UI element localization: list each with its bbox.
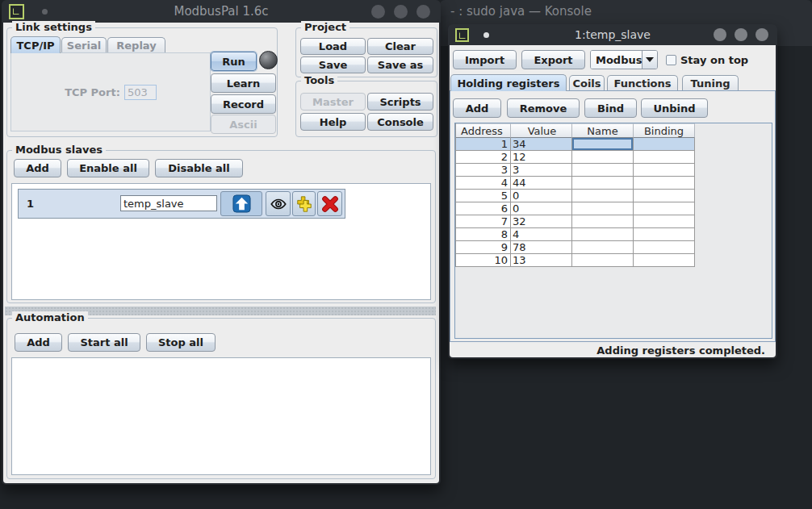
cell-name[interactable] — [572, 228, 634, 241]
help-button[interactable]: Help — [300, 113, 366, 131]
table-row[interactable]: 5 0 — [456, 190, 695, 202]
enable-all-button[interactable]: Enable all — [67, 159, 149, 177]
tab-tcpip[interactable]: TCP/IP — [10, 36, 61, 53]
cell-address[interactable]: 6 — [456, 202, 511, 215]
cell-binding[interactable] — [634, 151, 695, 164]
cell-name[interactable] — [572, 151, 634, 164]
cell-value[interactable]: 44 — [511, 177, 572, 190]
cell-name[interactable] — [572, 138, 634, 151]
temp-slave-titlebar[interactable]: 1:temp_slave — [448, 24, 777, 45]
cell-value[interactable]: 13 — [511, 254, 572, 267]
save-button[interactable]: Save — [300, 56, 366, 73]
ascii-button[interactable]: Ascii — [211, 115, 276, 134]
cell-name[interactable] — [572, 164, 634, 177]
stop-all-button[interactable]: Stop all — [146, 333, 216, 352]
cell-binding[interactable] — [634, 241, 695, 254]
slaves-add-button[interactable]: Add — [14, 159, 61, 177]
learn-button[interactable]: Learn — [211, 73, 276, 93]
master-button[interactable]: Master — [300, 93, 366, 111]
cell-address[interactable]: 9 — [456, 241, 511, 254]
cell-binding[interactable] — [634, 202, 695, 215]
register-remove-button[interactable]: Remove — [507, 98, 580, 118]
cell-binding[interactable] — [634, 138, 695, 151]
record-button[interactable]: Record — [211, 94, 276, 114]
cell-binding[interactable] — [634, 215, 695, 228]
header-value[interactable]: Value — [511, 123, 572, 138]
export-button[interactable]: Export — [521, 50, 585, 69]
table-row[interactable]: 6 0 — [456, 202, 695, 215]
slave-delete-button[interactable] — [317, 191, 342, 216]
table-row[interactable]: 4 44 — [456, 177, 695, 190]
table-row[interactable]: 8 4 — [456, 228, 695, 241]
header-address[interactable]: Address — [456, 123, 511, 138]
tcp-port-field[interactable] — [124, 85, 157, 100]
cell-value[interactable]: 0 — [511, 202, 572, 215]
table-row[interactable]: 3 3 — [456, 164, 695, 177]
register-unbind-button[interactable]: Unbind — [641, 98, 708, 118]
cell-address[interactable]: 3 — [456, 164, 511, 177]
tab-serial[interactable]: Serial — [61, 37, 107, 53]
automation-add-button[interactable]: Add — [15, 333, 62, 352]
cell-name[interactable] — [572, 202, 634, 215]
cell-binding[interactable] — [634, 254, 695, 267]
table-row[interactable]: 9 78 — [456, 241, 695, 254]
cell-address[interactable]: 1 — [456, 138, 511, 151]
cell-address[interactable]: 5 — [456, 190, 511, 202]
tab-tuning[interactable]: Tuning — [682, 75, 739, 91]
cell-binding[interactable] — [634, 190, 695, 202]
slave-enable-toggle[interactable] — [220, 191, 262, 216]
slave-name-field[interactable] — [120, 195, 217, 211]
cell-value[interactable]: 3 — [511, 164, 572, 177]
cell-name[interactable] — [572, 215, 634, 228]
cell-value[interactable]: 4 — [511, 228, 572, 241]
disable-all-button[interactable]: Disable all — [155, 159, 243, 177]
table-row[interactable]: 2 12 — [456, 151, 695, 164]
slave-add-register-button[interactable] — [292, 191, 316, 216]
register-bind-button[interactable]: Bind — [584, 98, 637, 118]
load-button[interactable]: Load — [300, 38, 366, 55]
console-button[interactable]: Console — [367, 113, 433, 131]
clear-button[interactable]: Clear — [367, 38, 433, 55]
chevron-down-icon — [646, 57, 654, 62]
protocol-combobox[interactable]: Modbus — [590, 50, 658, 69]
slave-view-button[interactable] — [266, 191, 291, 216]
temp-slave-window: 1:temp_slave Import Export Modbus Stay o… — [448, 24, 777, 359]
cell-binding[interactable] — [634, 164, 695, 177]
slave-row[interactable]: 1 — [18, 189, 345, 219]
cell-address[interactable]: 7 — [456, 215, 511, 228]
cell-value[interactable]: 0 — [511, 190, 572, 202]
modbus-slaves-title: Modbus slaves — [12, 144, 106, 156]
stay-on-top-checkbox[interactable] — [666, 55, 676, 65]
header-name[interactable]: Name — [572, 123, 634, 138]
register-add-button[interactable]: Add — [453, 98, 501, 118]
run-button[interactable]: Run — [211, 52, 257, 71]
table-row[interactable]: 7 32 — [456, 215, 695, 228]
cell-name[interactable] — [572, 177, 634, 190]
cell-binding[interactable] — [634, 228, 695, 241]
cell-value[interactable]: 78 — [511, 241, 572, 254]
tab-functions[interactable]: Functions — [607, 75, 678, 91]
table-row[interactable]: 1 34 — [456, 138, 695, 151]
cell-name[interactable] — [572, 190, 634, 202]
table-row[interactable]: 10 13 — [456, 254, 695, 267]
cell-value[interactable]: 34 — [511, 138, 572, 151]
cell-address[interactable]: 4 — [456, 177, 511, 190]
header-binding[interactable]: Binding — [634, 123, 695, 138]
combobox-dropdown-button[interactable] — [642, 51, 657, 69]
tab-replay[interactable]: Replay — [107, 37, 165, 53]
save-as-button[interactable]: Save as — [367, 56, 433, 73]
tab-coils[interactable]: Coils — [569, 75, 605, 91]
modbuspal-titlebar[interactable]: ModbusPal 1.6c — [2, 0, 441, 23]
cell-value[interactable]: 32 — [511, 215, 572, 228]
cell-binding[interactable] — [634, 177, 695, 190]
cell-address[interactable]: 2 — [456, 151, 511, 164]
cell-address[interactable]: 8 — [456, 228, 511, 241]
cell-name[interactable] — [572, 254, 634, 267]
scripts-button[interactable]: Scripts — [367, 93, 433, 111]
import-button[interactable]: Import — [453, 50, 517, 69]
tab-holding-registers[interactable]: Holding registers — [450, 74, 567, 91]
start-all-button[interactable]: Start all — [68, 333, 140, 352]
cell-address[interactable]: 10 — [456, 254, 511, 267]
cell-name[interactable] — [572, 241, 634, 254]
cell-value[interactable]: 12 — [511, 151, 572, 164]
